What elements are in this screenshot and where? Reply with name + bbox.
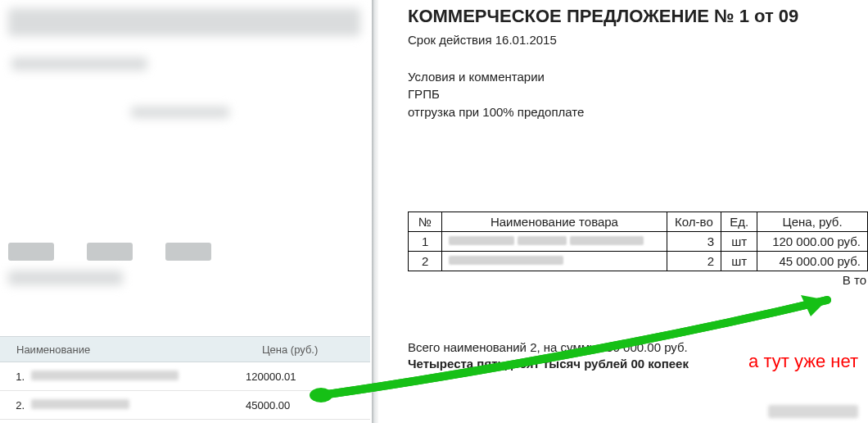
list-item[interactable]: 2. 45000.00 <box>0 391 370 420</box>
cell-qty: 2 <box>667 251 721 271</box>
list-item-index: 1. <box>0 371 31 383</box>
cell-name-redacted <box>442 231 667 251</box>
table-header-row: № Наименование товара Кол-во Ед. Цена, р… <box>409 212 868 231</box>
annotation-text: а тут уже нет <box>748 351 858 372</box>
table-after-text: В то <box>408 273 868 287</box>
footer-redacted <box>768 405 858 418</box>
cell-unit: шт <box>721 251 757 271</box>
blurred-area <box>8 8 362 320</box>
table-row: 2 2 шт 45 000.00 руб. <box>409 251 868 271</box>
doc-terms: отгрузка при 100% предоплате <box>408 103 868 121</box>
cell-name-redacted <box>442 251 667 271</box>
cell-price: 120 000.00 руб. <box>757 231 868 251</box>
goods-table: № Наименование товара Кол-во Ед. Цена, р… <box>408 212 868 271</box>
list-item-index: 2. <box>0 399 31 412</box>
list-item[interactable]: 1. 120000.01 <box>0 362 370 391</box>
th-unit: Ед. <box>721 212 757 231</box>
doc-conditions-block: Условия и комментарии ГРПБ отгрузка при … <box>408 68 868 121</box>
list-header-price: Цена (руб.) <box>262 343 352 356</box>
th-qty: Кол-во <box>667 212 721 231</box>
cell-num: 1 <box>409 231 442 251</box>
left-pane: Наименование Цена (руб.) 1. 120000.01 2.… <box>0 0 370 423</box>
doc-conditions-label: Условия и комментарии <box>408 68 868 86</box>
doc-title: КОММЕРЧЕСКОЕ ПРЕДЛОЖЕНИЕ № 1 от 09 <box>408 5 868 28</box>
doc-validity: Срок действия 16.01.2015 <box>408 33 868 47</box>
table-row: 1 3 шт 120 000.00 руб. <box>409 231 868 251</box>
th-price: Цена, руб. <box>757 212 868 231</box>
cell-price: 45 000.00 руб. <box>757 251 868 271</box>
cell-num: 2 <box>409 251 442 271</box>
doc-company: ГРПБ <box>408 85 868 103</box>
list-item-price: 120000.01 <box>246 371 336 383</box>
left-item-list: Наименование Цена (руб.) 1. 120000.01 2.… <box>0 336 370 420</box>
list-header-name: Наименование <box>0 343 262 356</box>
list-item-name-redacted <box>31 399 129 409</box>
th-num: № <box>409 212 442 231</box>
list-item-price: 45000.00 <box>246 399 336 412</box>
list-item-name-redacted <box>31 371 179 380</box>
cell-qty: 3 <box>667 231 721 251</box>
list-header: Наименование Цена (руб.) <box>0 336 370 362</box>
pane-divider <box>372 0 378 423</box>
cell-unit: шт <box>721 231 757 251</box>
th-name: Наименование товара <box>442 212 667 231</box>
